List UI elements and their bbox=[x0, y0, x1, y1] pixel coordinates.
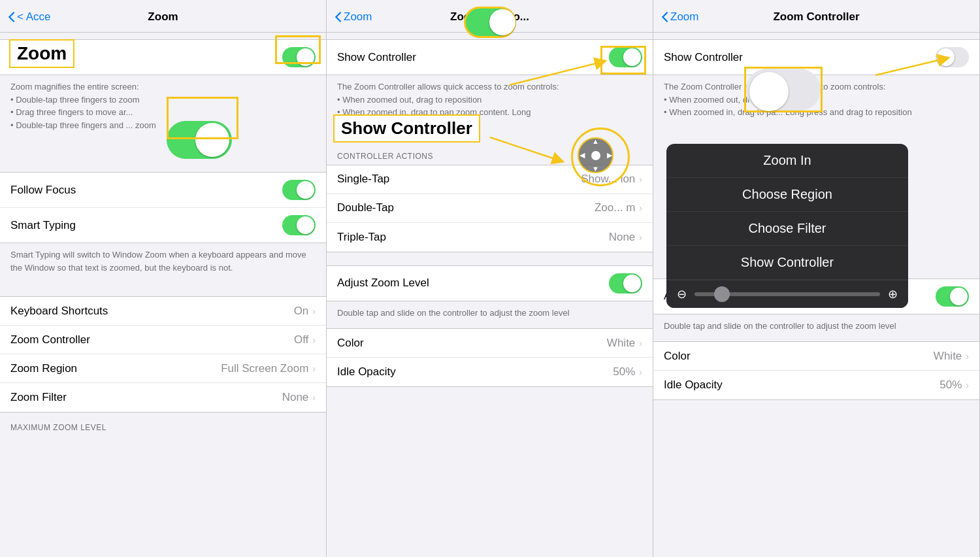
nav-title-panel1: Zoom bbox=[148, 10, 178, 24]
show-controller-label: Show Controller bbox=[337, 51, 609, 64]
color-row[interactable]: Color White › bbox=[327, 329, 653, 358]
back-button-panel1[interactable]: < Acce bbox=[8, 10, 51, 24]
panel-zoom-controller-2: Zoom Zoom Controller Show Controller The… bbox=[653, 0, 980, 557]
zoom-region-label: Zoom Region bbox=[10, 362, 221, 375]
adjust-zoom-description: Double tap and slide on the controller t… bbox=[327, 301, 653, 329]
color-idle-group-3: Color White › Idle Opacity 50% › bbox=[653, 341, 979, 400]
adjust-zoom-knob-3 bbox=[950, 288, 968, 305]
follow-focus-toggle[interactable] bbox=[282, 180, 316, 200]
smart-typing-knob bbox=[297, 216, 314, 234]
idle-opacity-row-3[interactable]: Idle Opacity 50% › bbox=[653, 371, 979, 399]
keyboard-shortcuts-label: Keyboard Shortcuts bbox=[10, 305, 294, 318]
nav-title-panel3: Zoom Controller bbox=[773, 10, 859, 24]
zoom-controller-chevron: › bbox=[312, 335, 316, 345]
idle-opacity-row[interactable]: Idle Opacity 50% › bbox=[327, 358, 653, 386]
idle-opacity-chevron: › bbox=[639, 367, 642, 377]
context-menu-footer: ⊖ ⊕ bbox=[666, 280, 908, 308]
context-menu-choose-region[interactable]: Choose Region bbox=[666, 178, 908, 212]
follow-focus-label: Follow Focus bbox=[10, 184, 282, 197]
smart-typing-label: Smart Typing bbox=[10, 219, 282, 232]
smart-typing-toggle[interactable] bbox=[282, 215, 316, 235]
show-controller-toggle-3[interactable] bbox=[936, 47, 969, 67]
zoom-toggle-knob bbox=[297, 48, 314, 66]
show-controller-group: Show Controller bbox=[327, 39, 653, 75]
double-tap-chevron: › bbox=[639, 203, 642, 213]
color-value: White bbox=[607, 337, 635, 350]
color-chevron-3: › bbox=[966, 351, 969, 362]
show-controller-toggle[interactable] bbox=[609, 47, 642, 67]
zoom-slider[interactable] bbox=[694, 292, 880, 296]
triple-tap-chevron: › bbox=[639, 232, 642, 243]
idle-opacity-chevron-3: › bbox=[966, 380, 969, 390]
triple-tap-row[interactable]: Triple-Tap None › bbox=[327, 223, 653, 252]
back-button-panel2[interactable]: Zoom bbox=[335, 10, 372, 24]
color-row-3[interactable]: Color White › bbox=[653, 342, 979, 371]
controller-actions-group: Single-Tap Show... ion › Double-Tap Zoo.… bbox=[327, 165, 653, 252]
back-button-panel3[interactable]: Zoom bbox=[661, 10, 698, 24]
idle-opacity-label: Idle Opacity bbox=[337, 365, 613, 379]
nav-title-panel2: Zoom Contro... bbox=[450, 10, 529, 24]
zoom-slider-knob bbox=[714, 286, 730, 302]
idle-opacity-value-3: 50% bbox=[939, 379, 962, 392]
follow-focus-knob bbox=[297, 181, 314, 199]
zoom-toggle-row[interactable]: Zoom bbox=[0, 40, 326, 75]
idle-opacity-label-3: Idle Opacity bbox=[664, 379, 939, 392]
nav-bar-panel2: Zoom Zoom Contro... bbox=[327, 0, 653, 33]
zoom-controller-row[interactable]: Zoom Controller Off › bbox=[0, 326, 326, 354]
panel2-content: Show Controller The Zoom Controller allo… bbox=[327, 33, 653, 557]
zoom-region-row[interactable]: Zoom Region Full Screen Zoom › bbox=[0, 354, 326, 383]
single-tap-value: Show... ion bbox=[581, 173, 635, 186]
show-controller-row[interactable]: Show Controller bbox=[327, 40, 653, 75]
context-menu-show-controller[interactable]: Show Controller bbox=[666, 246, 908, 280]
zoom-filter-chevron: › bbox=[312, 392, 316, 403]
keyboard-shortcuts-chevron: › bbox=[312, 306, 316, 316]
show-controller-knob bbox=[623, 48, 641, 66]
panel-zoom-controller-1: Zoom Zoom Contro... Show Controller The … bbox=[327, 0, 653, 557]
zoom-label: Zoom bbox=[10, 51, 282, 64]
zoom-desc-toggle-large[interactable] bbox=[167, 121, 232, 159]
controller-description-3: The Zoom Controller allows quick access … bbox=[653, 75, 979, 128]
controller-description: The Zoom Controller allows quick access … bbox=[327, 75, 653, 128]
keyboard-shortcuts-row[interactable]: Keyboard Shortcuts On › bbox=[0, 297, 326, 326]
follow-focus-row[interactable]: Follow Focus bbox=[0, 173, 326, 208]
zoom-controller-value: Off bbox=[294, 333, 308, 346]
zoom-toggle-group: Zoom bbox=[0, 39, 326, 75]
panel1-content: Zoom Zoom magnifies the entire screen: D… bbox=[0, 33, 326, 557]
keyboard-shortcuts-value: On bbox=[294, 305, 309, 318]
max-zoom-header: MAXIMUM ZOOM LEVEL bbox=[0, 413, 326, 436]
context-menu: Zoom In Choose Region Choose Filter Show… bbox=[666, 144, 908, 308]
smart-typing-row[interactable]: Smart Typing bbox=[0, 208, 326, 243]
nav-bar-panel1: < Acce Zoom bbox=[0, 0, 326, 33]
adjust-zoom-row[interactable]: Adjust Zoom Level bbox=[327, 266, 653, 301]
controller-actions-header: CONTROLLER ACTIONS bbox=[327, 141, 653, 165]
single-tap-row[interactable]: Single-Tap Show... ion › bbox=[327, 165, 653, 194]
triple-tap-label: Triple-Tap bbox=[337, 231, 609, 244]
color-idle-group: Color White › Idle Opacity 50% › bbox=[327, 328, 653, 387]
double-tap-row[interactable]: Double-Tap Zoo... m › bbox=[327, 194, 653, 223]
color-label-3: Color bbox=[664, 350, 934, 363]
zoom-filter-row[interactable]: Zoom Filter None › bbox=[0, 383, 326, 412]
zoom-filter-value: None bbox=[282, 391, 309, 404]
adjust-zoom-toggle-3[interactable] bbox=[936, 286, 969, 307]
single-tap-chevron: › bbox=[639, 174, 642, 184]
adjust-zoom-description-3: Double tap and slide on the controller t… bbox=[653, 314, 979, 342]
color-value-3: White bbox=[934, 350, 962, 363]
show-controller-label-3: Show Controller bbox=[664, 51, 936, 64]
zoom-desc-toggle-knob bbox=[195, 123, 229, 157]
adjust-zoom-label: Adjust Zoom Level bbox=[337, 277, 609, 290]
keyboard-shortcuts-group: Keyboard Shortcuts On › Zoom Controller … bbox=[0, 296, 326, 413]
show-controller-group-3: Show Controller bbox=[653, 39, 979, 75]
triple-tap-value: None bbox=[609, 231, 636, 244]
adjust-zoom-toggle[interactable] bbox=[609, 273, 642, 294]
zoom-out-icon: ⊖ bbox=[677, 287, 687, 301]
show-controller-row-3[interactable]: Show Controller bbox=[653, 40, 979, 75]
follow-focus-group: Follow Focus Smart Typing bbox=[0, 172, 326, 243]
color-chevron: › bbox=[639, 338, 642, 348]
panel3-content: Show Controller The Zoom Controller allo… bbox=[653, 33, 979, 557]
adjust-zoom-knob bbox=[623, 275, 641, 292]
context-menu-zoom-in[interactable]: Zoom In bbox=[666, 144, 908, 178]
context-menu-choose-filter[interactable]: Choose Filter bbox=[666, 212, 908, 246]
double-tap-value: Zoo... m bbox=[595, 201, 635, 214]
zoom-in-icon: ⊕ bbox=[888, 287, 898, 301]
zoom-toggle[interactable] bbox=[282, 47, 316, 67]
